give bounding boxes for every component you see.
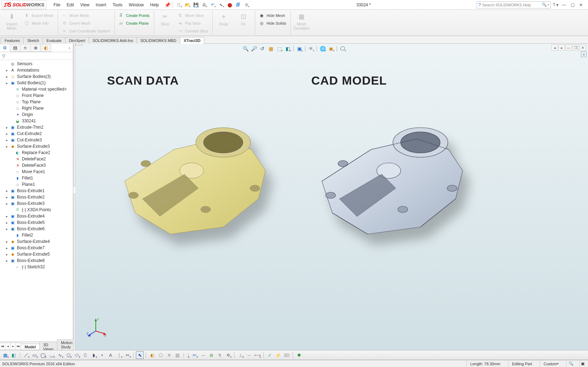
sk-line[interactable]: ／▾ xyxy=(22,351,30,359)
tab-next[interactable]: ▸ xyxy=(10,343,16,350)
hide-solids-button[interactable]: ◎Hide Solids xyxy=(257,20,288,27)
tree-node[interactable]: ◗Fillet1 xyxy=(0,175,73,181)
sk-settings[interactable]: ✱ xyxy=(295,351,303,359)
zoom-fit-button[interactable]: 🔍 xyxy=(242,45,249,53)
orientation-triad[interactable]: Y X Z xyxy=(86,317,107,338)
tree-node[interactable]: ≡Material <not specified> xyxy=(0,86,73,92)
tree-node[interactable]: ▸▣Boss-Extrude7 xyxy=(0,245,73,251)
doc-minimize[interactable]: — xyxy=(565,44,572,51)
feature-tree[interactable]: ◎Sensors▸AAnnotations▸◇Surface Bodies(3)… xyxy=(0,60,73,354)
tree-node[interactable]: ◐Replace Face2 xyxy=(0,149,73,156)
tab-last[interactable]: ⏭ xyxy=(15,343,21,350)
menu-help[interactable]: Help xyxy=(148,0,162,10)
tree-node[interactable]: ◇Right Plane xyxy=(0,105,73,111)
fm-tab-overflow[interactable]: › xyxy=(66,45,73,50)
search-dropdown-icon[interactable]: ▾ xyxy=(548,3,549,6)
cad-solid-model[interactable] xyxy=(301,90,491,246)
menu-view[interactable]: View xyxy=(77,0,92,10)
tree-node[interactable]: ◎Sensors xyxy=(0,61,73,67)
import-mesh-button[interactable]: ⬇Import Mesh xyxy=(2,11,21,31)
export-mesh-button[interactable]: ⬆Export Mesh xyxy=(23,12,55,19)
tab-xtract3d[interactable]: XTract3D xyxy=(180,37,205,44)
sk-convert[interactable]: ◐ xyxy=(148,351,156,359)
expand-icon[interactable]: ▸ xyxy=(5,138,8,142)
sk-mirror[interactable]: ▥ xyxy=(174,351,181,359)
fm-tab-dimxpert[interactable]: ⊕ xyxy=(30,44,41,52)
save-button[interactable]: 💾▾ xyxy=(192,1,200,9)
expand-icon[interactable]: ▸ xyxy=(5,68,8,72)
sk-intersect[interactable]: ✕ xyxy=(165,351,173,359)
tree-node[interactable]: ◇Plane1 xyxy=(0,181,73,188)
sk-trim[interactable]: ✂▾ xyxy=(190,351,198,359)
tree-node[interactable]: ✕DeleteFace2 xyxy=(0,156,73,162)
sk-circle[interactable]: ◯▾ xyxy=(39,351,47,359)
tree-node[interactable]: ⠿(-) X3DA Points xyxy=(0,207,73,213)
sk-arc[interactable]: ◡▾ xyxy=(48,351,55,359)
section-view-button[interactable]: ▦ xyxy=(267,45,275,53)
slice-button[interactable]: ✂Slice xyxy=(156,11,175,27)
sk-pattern[interactable]: ⋮⋮▾ xyxy=(182,351,190,359)
sk-btn-2[interactable]: ◧ xyxy=(10,351,18,359)
move-mesh-button[interactable]: ↔Move Mesh xyxy=(60,12,112,19)
tree-node[interactable]: ▸▣Solid Bodies(1) xyxy=(0,80,73,86)
convert-slice-button[interactable]: ⤳Convert Slice xyxy=(176,27,209,35)
doc-close[interactable]: ✕ xyxy=(580,44,586,51)
tab-first[interactable]: ⏮ xyxy=(0,343,5,350)
sk-poly[interactable]: ⬡▾ xyxy=(64,351,72,359)
tree-node[interactable]: ▸▣Boss-Extrude1 xyxy=(0,188,73,194)
menu-file[interactable]: File xyxy=(51,0,63,10)
status-zoom[interactable]: 🔍 xyxy=(566,360,575,367)
expand-icon[interactable]: ▸ xyxy=(5,252,8,256)
sk-jog[interactable]: ↯ xyxy=(216,351,224,359)
expand-icon[interactable]: ▸ xyxy=(5,240,8,244)
help-search[interactable]: ? Search SOLIDWORKS Help 🔍 ▾ xyxy=(477,1,551,8)
sk-split[interactable]: ⊘ xyxy=(207,351,215,359)
print-button[interactable]: 🖶▾ xyxy=(200,1,208,9)
sk-quick[interactable]: ⚡ xyxy=(274,351,282,359)
sk-ellipse[interactable]: ⬯ xyxy=(81,351,89,359)
zoom-area-button[interactable]: 🔎 xyxy=(250,45,258,53)
menu-window[interactable]: Window xyxy=(126,0,147,10)
tab-prev[interactable]: ◂ xyxy=(5,343,11,350)
sk-point[interactable]: • xyxy=(98,351,106,359)
tree-node[interactable]: ▸▣Extrude-Thin2 xyxy=(0,124,73,130)
sk-active-mode[interactable]: ⬉ xyxy=(136,351,144,359)
orient-mesh-button[interactable]: ⟲Orient Mesh xyxy=(60,20,112,27)
undo-button[interactable]: ↶▾ xyxy=(209,1,217,9)
tree-node[interactable]: ◇Front Plane xyxy=(0,92,73,99)
sk-spline[interactable]: ∿▾ xyxy=(56,351,64,359)
snap-button[interactable]: ⌖Snap xyxy=(214,11,233,27)
edit-appearance-button[interactable]: 👁▾ xyxy=(307,45,315,53)
mesh-info-button[interactable]: ⓘMesh Info xyxy=(23,20,55,27)
tree-node[interactable]: ▸▣Boss-Extrude2 xyxy=(0,194,73,200)
tree-node[interactable]: ◒330241 xyxy=(0,118,73,124)
menu-tools[interactable]: Tools xyxy=(110,0,125,10)
help-dropdown[interactable]: ? ▾ xyxy=(552,1,559,8)
model-tab[interactable]: Model xyxy=(21,344,40,350)
viewport-split-handle[interactable] xyxy=(75,44,82,45)
maximize-button[interactable]: ▢ xyxy=(569,1,576,8)
tree-node[interactable]: ▸▣Boss-Extrude6 xyxy=(0,226,73,232)
options-button[interactable]: 🗐 xyxy=(234,1,242,9)
tree-node[interactable]: ◇Top Plane xyxy=(0,99,73,105)
expand-icon[interactable]: ▸ xyxy=(5,81,8,85)
tab-dimxpert[interactable]: DimXpert xyxy=(65,37,89,44)
expand-icon[interactable]: ▸ xyxy=(5,75,8,79)
create-plane-button[interactable]: ▱Create Plane xyxy=(117,20,151,27)
expand-icon[interactable]: ▸ xyxy=(5,195,8,199)
task-pane-toggle[interactable]: « xyxy=(581,51,587,57)
menu-edit[interactable]: Edit xyxy=(64,0,77,10)
sk-text[interactable]: A xyxy=(107,351,114,359)
tree-node[interactable]: ▸▣Boss-Extrude8 xyxy=(0,257,73,264)
tree-node[interactable]: ◗Fillet2 xyxy=(0,232,73,238)
hide-show-button[interactable]: ▣▾ xyxy=(295,45,303,53)
create-points-button[interactable]: ⠿Create Points xyxy=(117,12,151,19)
fm-tab-display[interactable]: ◐ xyxy=(40,44,51,52)
tree-node[interactable]: ⌐(-) Sketch32 xyxy=(0,264,73,270)
fit-button[interactable]: ⊡Fit xyxy=(234,11,253,27)
tab-features[interactable]: Features xyxy=(1,37,24,44)
sk-trim-group[interactable]: ✂▾ xyxy=(124,351,131,359)
status-hide[interactable]: ▣ xyxy=(579,360,586,367)
prev-view-button[interactable]: ↺ xyxy=(258,45,266,53)
tree-node[interactable]: ▸▣Boss-Extrude4 xyxy=(0,213,73,219)
